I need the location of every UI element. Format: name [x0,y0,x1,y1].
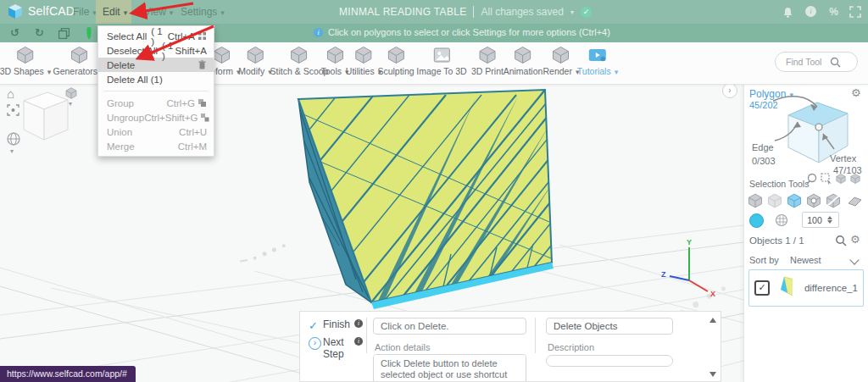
selection-settings-gear-icon[interactable]: ⚙ [851,87,861,98]
box-select-icon[interactable] [821,173,832,185]
cube-select-icon[interactable] [835,173,847,185]
focus-selection-icon[interactable] [7,104,19,116]
scroll-down-icon[interactable] [709,372,716,377]
texture-sphere-icon[interactable] [775,213,788,227]
svg-text:Y: Y [687,238,692,246]
edit-dropdown-menu: Select All ( 1 ) Ctrl+A Deselect All ( 1… [97,25,214,157]
mode-split-icon[interactable] [825,192,842,209]
selection-mode-dropdown[interactable]: Polygon [749,88,793,100]
selection-tools-label: Selection Tools [749,179,809,189]
perspective-cube-icon[interactable] [64,86,79,100]
next-step-icon[interactable] [309,337,321,350]
menu-item-ungroup[interactable]: Ungroup Ctrl+Shift+G [98,110,214,125]
undo-icon[interactable]: ↺ [10,26,19,39]
next-label[interactable]: Next [323,336,344,348]
tool-sculpting[interactable]: Sculpting [377,45,414,76]
description-input[interactable] [546,355,673,367]
menu-item-deselect-all[interactable]: Deselect All ( 1 ) Shift+A [98,43,214,58]
selfcad-logo-icon [7,3,24,19]
opacity-value-input[interactable] [803,214,826,226]
menu-settings[interactable]: Settings [174,0,231,24]
tool-modify[interactable]: Modify [238,45,271,76]
lasso-select-icon[interactable] [806,173,818,185]
menu-item-union[interactable]: Union Ctrl+U [98,125,214,139]
objects-search-icon[interactable] [835,235,847,246]
next-info-icon[interactable] [354,337,363,346]
panel-collapse-chevron[interactable]: › [722,83,737,98]
menu-edit[interactable]: Edit [96,0,131,24]
info-icon[interactable]: i [805,6,816,17]
svg-text:Z: Z [661,270,666,279]
tool-render[interactable]: Render [543,45,580,76]
tool-3d-print[interactable]: 3D Print [471,45,504,76]
browser-status-url: https://www.selfcad.com/app/# [0,366,136,382]
menu-item-merge[interactable]: Merge Ctrl+M [98,139,214,153]
select-all-icon [198,31,207,41]
redo-icon[interactable]: ↻ [35,26,44,39]
step-label[interactable]: Step [323,348,344,360]
action-title-input[interactable] [373,318,526,335]
globe-view-icon[interactable] [7,132,20,146]
saved-check-icon [581,7,592,18]
step-name-input[interactable] [546,318,673,335]
perspective-caret-icon[interactable]: ▾ [69,100,72,108]
hint-text: Click on polygons to select or click Set… [328,27,610,37]
selfcad-app: Y X Z ⌂ ▾ ▾ SelfCAD File Edit [0,0,868,382]
home-view-icon[interactable]: ⌂ [7,86,14,101]
fullscreen-icon[interactable] [849,6,862,19]
description-label: Description [548,342,594,352]
tool-image-to-3d[interactable]: Image To 3D [416,45,466,76]
tool-tools[interactable]: Tools [320,45,348,76]
shortcuts-icon[interactable]: % [827,6,840,19]
tutorial-step-panel: Finish Next Step Action details Click De… [299,311,721,382]
finish-check-icon[interactable] [309,319,318,332]
title-separator [473,6,474,18]
tool-animation[interactable]: Animation [504,45,543,76]
finish-label[interactable]: Finish [323,318,350,330]
polygon-count: 45/202 [749,100,778,110]
app-logo[interactable]: SelfCAD [7,3,75,19]
tool-tutorials[interactable]: Tutorials [577,45,618,76]
wedge-object-difference_1[interactable] [298,58,702,309]
copy-icon[interactable] [58,28,70,39]
menu-item-delete-all[interactable]: Delete All (1) [98,72,214,86]
mode-wireframe-icon[interactable] [766,192,783,209]
cube-deep-select-icon[interactable] [849,173,861,185]
objects-count-label: Objects 1 / 1 [749,235,804,246]
tool-utilities[interactable]: Utilities [346,45,381,76]
panel-divider-2 [535,318,536,353]
ungroup-icon [200,113,209,122]
find-tool-input[interactable] [784,56,830,68]
tool-3d-shapes[interactable]: 3D Shapes [0,45,51,76]
trash-icon [198,60,207,69]
search-icon[interactable] [830,57,841,68]
menu-item-delete[interactable]: Delete [98,58,214,72]
menu-item-select-all[interactable]: Select All ( 1 ) Ctrl+A [98,29,214,43]
sort-by-select[interactable]: Newest [790,255,821,265]
mode-object-icon[interactable] [747,192,764,209]
object-list-item[interactable]: difference_1 [748,269,864,307]
svg-text:X: X [710,290,715,298]
object-visibility-checkbox[interactable] [754,280,770,296]
material-color-swatch[interactable] [749,213,764,228]
group-icon [198,98,207,108]
mode-polygon-active-icon[interactable] [786,192,803,209]
globe-caret-icon[interactable]: ▾ [10,147,14,155]
finish-info-icon[interactable] [354,319,363,328]
color-picker-icon[interactable] [85,27,93,40]
save-status-caret-icon[interactable]: ▾ [570,8,574,16]
document-title: MINMAL READING TABLE [339,6,466,18]
scroll-up-icon[interactable] [709,318,716,323]
vertex-label: Vertex [830,153,856,163]
tool-stitch-scoop[interactable]: Stitch & Scoop [270,45,329,76]
panel-divider [366,318,367,353]
action-details-textarea[interactable]: Click Delete button to delete selected o… [373,354,526,382]
menu-item-group[interactable]: Group Ctrl+G [98,96,214,110]
stepper-arrows[interactable] [827,216,832,224]
save-status[interactable]: All changes saved [481,6,563,18]
mode-plane-icon[interactable] [844,192,863,209]
objects-settings-gear-icon[interactable]: ⚙ [850,234,860,245]
notifications-bell-icon[interactable] [782,6,794,19]
menu-separator [103,91,209,91]
mode-edge-icon[interactable] [805,192,822,209]
